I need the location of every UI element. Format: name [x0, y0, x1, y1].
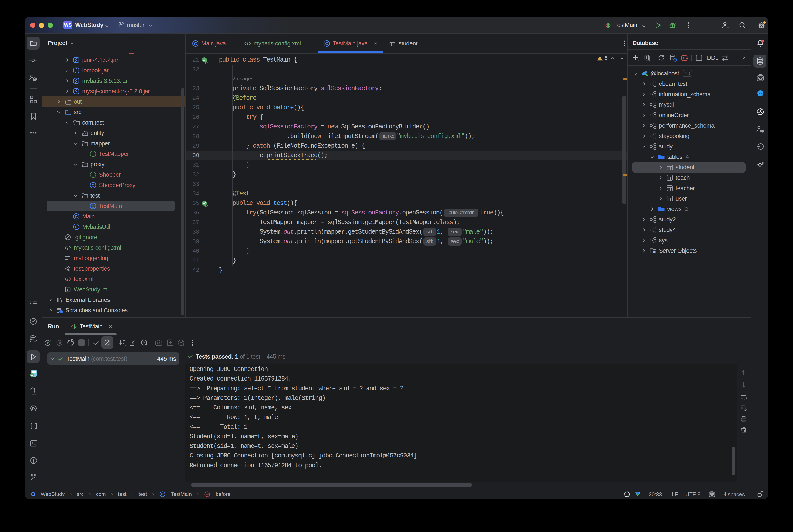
svg-text:?: ?: [34, 78, 36, 81]
svg-text:m: m: [206, 492, 209, 496]
